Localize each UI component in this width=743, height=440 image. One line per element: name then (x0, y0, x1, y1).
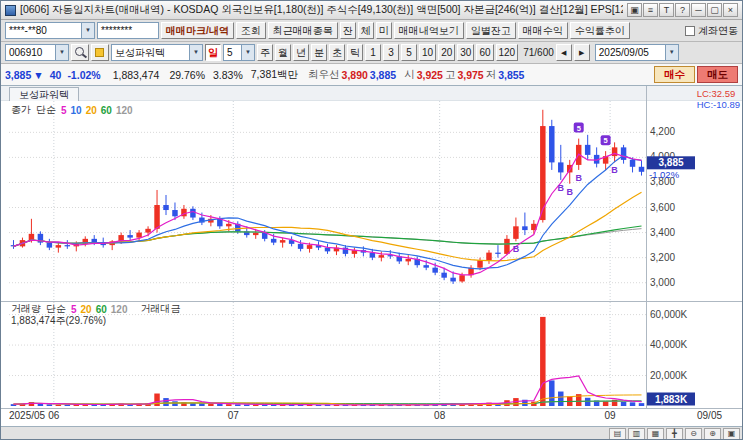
window-title: [0606] 자동일지차트(매매내역) - KOSDAQ 외국인보유[1,180… (20, 3, 623, 17)
indicator-icon[interactable]: ▦ (647, 428, 664, 440)
strength-rate: 3.83% (213, 69, 243, 81)
hc-value: HC:-10.89 (697, 99, 740, 110)
query-button[interactable]: 조회 (236, 22, 266, 39)
price-legend: 종가 단순 5102060120 (11, 103, 133, 117)
chart-canvas[interactable]: 4,2004,0003,8003,6003,4003,2003,00060,00… (1, 86, 743, 426)
dropdown-arrow-icon[interactable]: ▼ (55, 45, 68, 60)
balance-button[interactable]: 잔 (340, 22, 356, 39)
svg-text:06: 06 (48, 410, 60, 421)
period-month-button[interactable]: 월 (275, 44, 291, 61)
chart-stock-tab[interactable]: 보성파워텍 (9, 87, 79, 101)
app-window: [0606] 자동일지차트(매매내역) - KOSDAQ 외국인보유[1,180… (0, 0, 743, 440)
trade-profit-button[interactable]: 매매수익 (518, 22, 568, 39)
checkbox-icon[interactable] (685, 26, 695, 36)
interval-10-button[interactable]: 10 (419, 44, 436, 61)
current-price: 3,885 (5, 69, 31, 81)
period-week-button[interactable]: 주 (257, 44, 273, 61)
ma-legend-item: 20 (86, 105, 97, 116)
minimize-icon[interactable]: ─ (691, 3, 706, 17)
title-bar: [0606] 자동일지차트(매매내역) - KOSDAQ 외국인보유[1,180… (1, 1, 742, 20)
interval-30-button[interactable]: 30 (457, 44, 474, 61)
filled-button[interactable]: 체 (358, 22, 374, 39)
period-year-button[interactable]: 년 (293, 44, 309, 61)
buy-button[interactable]: 매수 (654, 66, 695, 83)
menu-icon[interactable]: ≡ (643, 3, 658, 17)
ma-legend-item: 20 (81, 304, 92, 315)
svg-text:B: B (558, 183, 565, 193)
zoom-in-icon[interactable]: ⊕ (704, 428, 721, 440)
high-price: 3,975 (457, 69, 483, 81)
close-icon[interactable]: × (723, 3, 738, 17)
dropdown-arrow-icon[interactable]: ▼ (241, 45, 254, 60)
search-icon[interactable] (71, 44, 89, 61)
svg-text:B: B (513, 244, 520, 254)
svg-text:09/05: 09/05 (697, 410, 722, 421)
trade-mark-button[interactable]: 매매마크/내역 (161, 22, 234, 39)
expand-icon[interactable]: ▣ (723, 428, 740, 440)
trade-history-button[interactable]: 매매내역보기 (394, 22, 464, 39)
pin-icon[interactable]: ▣ (627, 3, 642, 17)
password-input[interactable]: ******** (97, 22, 159, 39)
lc-value: LC:32.59 (697, 88, 740, 99)
theme-icon[interactable]: T (659, 3, 674, 17)
legend-close-label: 종가 (11, 103, 31, 117)
crosshair-icon[interactable]: ╋ (666, 428, 683, 440)
prev-page-icon[interactable]: ◀ (556, 44, 572, 61)
ma-legend-item: 5 (71, 304, 77, 315)
volume-detail: 1,883,474주(29.76%) (11, 314, 106, 328)
interval-5-button[interactable]: 5 (401, 44, 417, 61)
low-label: 저 (486, 68, 497, 82)
window-icon (5, 5, 16, 16)
window-controls: ▣ ≡ T ? ─ ▢ × (627, 3, 738, 17)
date-select[interactable]: 2025/09/05▼ (595, 44, 679, 61)
svg-text:09: 09 (605, 410, 617, 421)
stock-code-input[interactable]: 006910▼ (5, 44, 69, 61)
period-tick-button[interactable]: 틱 (347, 44, 363, 61)
interval-3-button[interactable]: 3 (383, 44, 399, 61)
svg-text:60,000K: 60,000K (650, 309, 688, 320)
recent-trades-button[interactable]: 최근매매종목 (268, 22, 338, 39)
stock-info-icon[interactable] (91, 44, 109, 61)
price-change: 40 (50, 69, 62, 81)
account-select[interactable]: ****-**80▼ (5, 22, 95, 39)
ma-legend-item: 60 (101, 105, 112, 116)
chart-type-icon[interactable]: ▤ (609, 428, 626, 440)
best-ask: 3,890 (342, 69, 368, 81)
unfilled-button[interactable]: 미 (376, 22, 392, 39)
dropdown-arrow-icon[interactable]: ▼ (189, 45, 202, 60)
next-page-icon[interactable]: ▶ (574, 44, 590, 61)
interval-120-button[interactable]: 120 (496, 44, 519, 61)
open-price: 3,925 (417, 69, 443, 81)
svg-text:07: 07 (228, 410, 240, 421)
period-second-button[interactable]: 초 (329, 44, 345, 61)
maximize-icon[interactable]: ▢ (707, 3, 722, 17)
amount-tab-label[interactable]: 거래대금 (141, 302, 181, 316)
grid-style-icon[interactable]: ▥ (628, 428, 645, 440)
period-count-select[interactable]: 5▼ (223, 44, 255, 61)
svg-text:B: B (611, 165, 618, 175)
svg-text:B: B (575, 173, 582, 183)
account-link-toggle[interactable]: 계좌연동 (685, 24, 738, 38)
dropdown-arrow-icon[interactable]: ▼ (665, 45, 678, 60)
yield-trend-button[interactable]: 수익률추이 (570, 22, 630, 39)
best-quote-label: 최우선 (308, 68, 340, 82)
period-day-button[interactable]: 일 (205, 44, 221, 61)
lc-hc-readout: LC:32.59 HC:-10.89 (697, 88, 740, 110)
dropdown-arrow-icon[interactable]: ▼ (81, 23, 94, 38)
interval-20-button[interactable]: 20 (438, 44, 455, 61)
daily-balance-button[interactable]: 일별잔고 (466, 22, 516, 39)
chart-tool-icons: ▤▥▦╋⊖⊕▣ (609, 428, 740, 440)
star-icon (95, 48, 104, 57)
down-arrow-icon: ▼ (33, 69, 43, 81)
help-icon[interactable]: ? (675, 3, 690, 17)
period-minute-button[interactable]: 분 (311, 44, 327, 61)
chart-area: 4,2004,0003,8003,6003,4003,2003,00060,00… (1, 86, 743, 426)
zoom-out-icon[interactable]: ⊖ (685, 428, 702, 440)
svg-text:3,000: 3,000 (650, 277, 675, 288)
stock-name-select[interactable]: 보성파워텍▼ (111, 44, 203, 61)
interval-1-button[interactable]: 1 (365, 44, 381, 61)
ma-legend-item: 10 (71, 105, 82, 116)
interval-60-button[interactable]: 60 (476, 44, 493, 61)
account-value: ****-**80 (6, 25, 81, 36)
sell-button[interactable]: 매도 (697, 66, 738, 83)
